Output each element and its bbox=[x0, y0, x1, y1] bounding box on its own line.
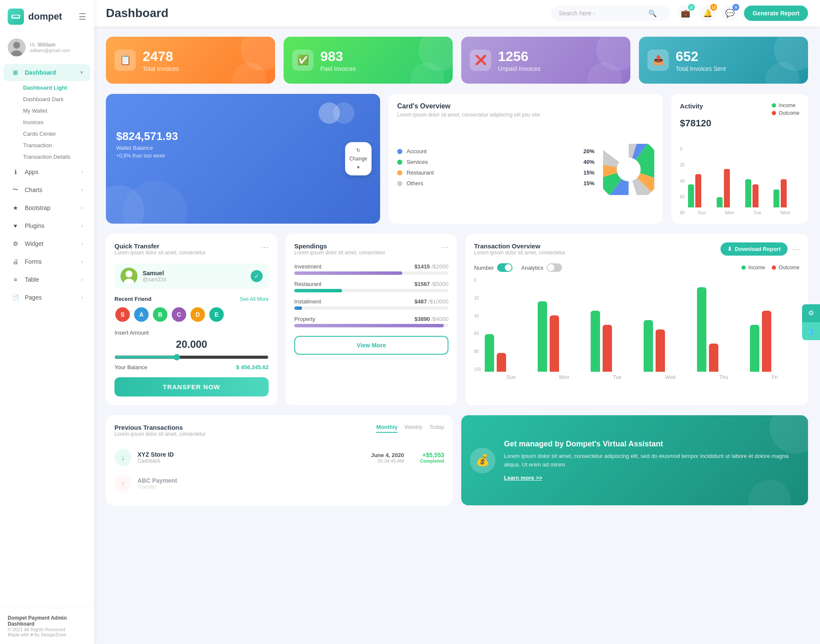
friend-avatar-1[interactable]: S bbox=[114, 306, 131, 323]
sidebar-item-pages[interactable]: 📄 Pages › bbox=[3, 289, 91, 306]
transfer-now-button[interactable]: TRANSFER NOW bbox=[114, 377, 269, 396]
total-invoices-icon: 📋 bbox=[114, 50, 136, 71]
amount-slider[interactable] bbox=[114, 354, 269, 361]
spending-property: Property $3890 /$4000 bbox=[294, 316, 448, 327]
spendings-header: Spendings Lorem ipsum dolor sit amet, co… bbox=[294, 242, 448, 262]
sidebar-subitem-invoices[interactable]: Invoices bbox=[19, 117, 94, 128]
svg-point-9 bbox=[126, 271, 132, 277]
tab-today[interactable]: Today bbox=[429, 424, 444, 433]
property-bar bbox=[294, 324, 444, 327]
view-more-button[interactable]: View More bbox=[294, 336, 448, 355]
to-bar-thu bbox=[697, 287, 747, 372]
bar-sun-outcome bbox=[695, 174, 701, 207]
overview-list: Account 20% Services 40% Restaurant 15% bbox=[397, 148, 594, 191]
to-legend: Income Outcome bbox=[741, 265, 800, 271]
spendings-menu[interactable]: ⋯ bbox=[441, 242, 448, 252]
total-invoices-number: 2478 bbox=[143, 49, 179, 64]
wallet-icon-btn[interactable]: 💼 2 bbox=[677, 5, 694, 21]
others-pct: 15% bbox=[583, 180, 594, 186]
sidebar-item-widget[interactable]: ⚙ Widget › bbox=[3, 235, 91, 252]
search-input[interactable] bbox=[559, 10, 644, 17]
chevron-right-icon: › bbox=[81, 294, 83, 300]
last-row: Previous Transactions Lorem ipsum dolor … bbox=[106, 415, 808, 505]
paid-invoices-info: 983 Paid Invoices bbox=[320, 49, 356, 72]
notification-badge: 12 bbox=[710, 4, 717, 11]
to-sun-income bbox=[485, 334, 494, 372]
others-label: Others bbox=[407, 180, 423, 186]
promo-title: Get managed by Dompet's Virtual Assistan… bbox=[504, 440, 796, 449]
friend-avatar-6[interactable]: E bbox=[208, 306, 225, 323]
sidebar-item-bootstrap[interactable]: ★ Bootstrap › bbox=[3, 199, 91, 216]
tx-amount: +$5,553 bbox=[414, 452, 444, 458]
tx-type: Cashback bbox=[138, 458, 174, 464]
floating-water-button[interactable]: 💧 bbox=[802, 322, 820, 340]
message-icon-btn[interactable]: 💬 5 bbox=[722, 5, 738, 21]
paid-invoices-label: Paid Invoices bbox=[320, 65, 356, 72]
sidebar-item-charts[interactable]: 〜 Charts › bbox=[3, 181, 91, 198]
tx-info-2: ABC Payment Transfer bbox=[138, 477, 177, 490]
number-toggle[interactable] bbox=[497, 263, 512, 272]
recent-friend-label: Recent Friend bbox=[114, 296, 152, 302]
analytics-toggle[interactable] bbox=[547, 263, 562, 272]
sidebar-subitem-transaction-details[interactable]: Transaction Details bbox=[19, 151, 94, 163]
search-bar: 🔍 bbox=[551, 6, 671, 21]
bar-group-tue bbox=[745, 179, 771, 207]
sidebar-item-plugins[interactable]: ♥ Plugins › bbox=[3, 217, 91, 234]
sidebar-subitem-dashboard-light[interactable]: Dashboard Light bbox=[19, 82, 94, 93]
hamburger-icon[interactable]: ☰ bbox=[79, 12, 86, 22]
income-legend: Income bbox=[772, 102, 800, 108]
friend-avatar-2[interactable]: A bbox=[133, 306, 149, 323]
friend-avatar-5[interactable]: D bbox=[190, 306, 206, 323]
star-icon: ★ bbox=[11, 204, 20, 212]
tx-icon-download: ↓ bbox=[114, 449, 132, 466]
paid-invoices-icon: ✅ bbox=[292, 50, 313, 71]
spendings-title: Spendings bbox=[294, 242, 385, 250]
friend-avatar-4[interactable]: C bbox=[171, 306, 187, 323]
total-sent-icon: 📤 bbox=[647, 50, 669, 71]
total-sent-info: 652 Total Invoices Sent bbox=[676, 49, 726, 72]
chevron-right-icon: › bbox=[81, 169, 83, 175]
chevron-down-icon: ▾ bbox=[357, 164, 360, 170]
greeting: Hi, bbox=[30, 42, 36, 48]
floating-settings-button[interactable]: ⚙ bbox=[802, 304, 820, 322]
search-icon[interactable]: 🔍 bbox=[648, 9, 657, 17]
sidebar-subitem-my-wallet[interactable]: My Wallet bbox=[19, 105, 94, 117]
sidebar-item-table[interactable]: ≡ Table › bbox=[3, 271, 91, 288]
contact-check-icon: ✓ bbox=[251, 270, 263, 282]
sidebar-item-dashboard[interactable]: ⊞ Dashboard ▾ bbox=[3, 64, 91, 81]
sidebar-subitem-cards-center[interactable]: Cards Center bbox=[19, 128, 94, 140]
to-header: Transaction Overview Lorem ipsum dolor s… bbox=[474, 242, 800, 262]
to-income-dot bbox=[741, 265, 746, 270]
download-report-button[interactable]: ⬇ Download Report bbox=[720, 242, 788, 256]
cards-overview-title: Card's Overview bbox=[397, 102, 654, 110]
sidebar-subitem-transaction[interactable]: Transaction bbox=[19, 140, 94, 151]
analytics-label: Analytics bbox=[521, 265, 543, 271]
sidebar-item-label: Widget bbox=[25, 240, 44, 247]
contact-name: Samuel bbox=[143, 270, 166, 277]
to-menu[interactable]: ⋯ bbox=[792, 245, 800, 254]
tab-monthly[interactable]: Monthly bbox=[376, 424, 398, 433]
bell-icon-btn[interactable]: 🔔 12 bbox=[700, 5, 716, 21]
promo-link[interactable]: Learn more >> bbox=[504, 475, 796, 481]
transaction-row-2: ↑ ABC Payment Transfer bbox=[114, 471, 444, 497]
friend-avatar-3[interactable]: B bbox=[152, 306, 168, 323]
generate-report-button[interactable]: Generate Report bbox=[744, 6, 808, 21]
tab-weekly[interactable]: Weekly bbox=[404, 424, 422, 433]
sidebar-item-apps[interactable]: ℹ Apps › bbox=[3, 163, 91, 181]
footer-brand: Dompet Payment Admin Dashboard bbox=[8, 615, 86, 627]
sidebar-item-label: Plugins bbox=[25, 222, 44, 229]
quick-transfer-menu[interactable]: ⋯ bbox=[261, 242, 269, 252]
avatar bbox=[8, 38, 26, 56]
sidebar-subitem-dashboard-dark[interactable]: Dashboard Dark bbox=[19, 93, 94, 105]
see-all-link[interactable]: See All More bbox=[240, 296, 269, 302]
quick-transfer-header: Quick Transfer Lorem ipsum dolor sit ame… bbox=[114, 242, 269, 262]
bar-wed-income bbox=[773, 189, 779, 207]
sidebar-item-forms[interactable]: 🖨 Forms › bbox=[3, 253, 91, 270]
to-bar-wed bbox=[644, 320, 693, 372]
download-icon: ⬇ bbox=[727, 246, 732, 252]
chevron-right-icon: › bbox=[81, 205, 83, 211]
activity-bar-chart bbox=[688, 139, 800, 207]
to-outcome-label: Outcome bbox=[779, 265, 800, 271]
to-bar-mon bbox=[538, 301, 587, 372]
stat-card-total-invoices: 📋 2478 Total Invoices bbox=[106, 37, 275, 84]
